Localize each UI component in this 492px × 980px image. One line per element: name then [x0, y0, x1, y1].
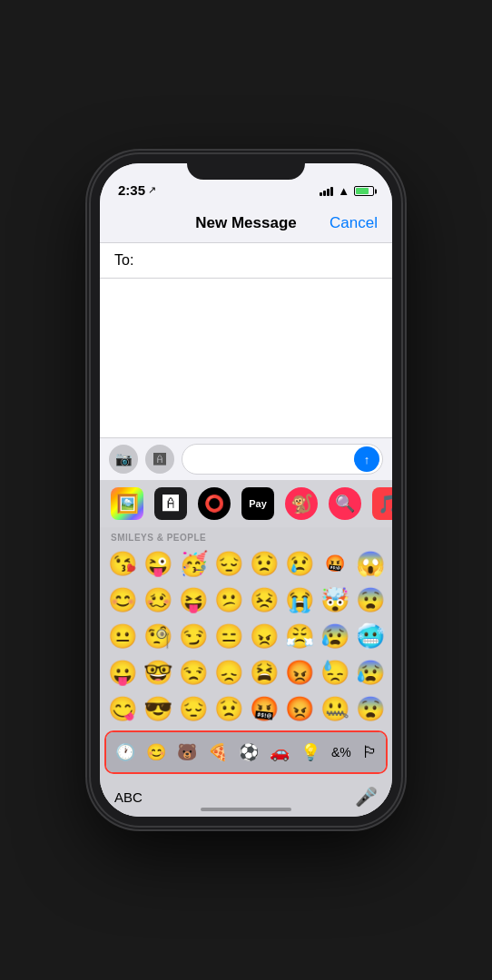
emoji-cell[interactable]: 😒 [176, 655, 210, 690]
compose-bar: 📷 🅰 ↑ [100, 437, 392, 480]
emoji-cell[interactable]: 🤐 [318, 691, 351, 726]
activity-app-icon[interactable]: ⭕ [198, 487, 231, 520]
emoji-cell[interactable]: 🤬 [247, 691, 280, 726]
emoji-cell[interactable]: 🥳 [176, 546, 210, 581]
emoji-cell[interactable]: 😰 [318, 619, 351, 653]
emoji-cell[interactable]: 😜 [141, 546, 174, 581]
emoji-cell[interactable]: 😑 [212, 619, 245, 653]
emoji-cell[interactable]: 😢 [282, 546, 316, 581]
emoji-cell[interactable]: 😤 [282, 619, 316, 653]
emoji-cell[interactable]: 😟 [247, 546, 280, 581]
status-icons: ▲ [320, 184, 374, 198]
notch [187, 154, 305, 180]
emoji-cell[interactable]: 😐 [105, 619, 139, 653]
emoji-cell[interactable]: 🤯 [318, 583, 351, 617]
send-icon: ↑ [364, 453, 370, 466]
emoji-cell[interactable]: 😡 [282, 655, 316, 690]
emoji-cell[interactable]: 😠 [247, 619, 280, 653]
emoji-category-bar: 🕐 😊 🐻 🍕 ⚽ 🚗 💡 &% 🏳 ⌫ [106, 732, 386, 772]
emoji-cell[interactable]: 😋 [105, 691, 139, 726]
emoji-grid: 😘 😜 🥳 😔 😟 😢 🤬 😱 😊 🥴 😝 😕 😣 😭 🤯 😨 [100, 544, 392, 728]
cancel-button[interactable]: Cancel [330, 214, 378, 232]
wifi-icon: ▲ [338, 184, 349, 198]
app-bar: 🖼️ 🅰 ⭕ Pay 🐒 🔍 🎵 [100, 480, 392, 527]
phone-screen: 2:35 ↗ ▲ New M [100, 163, 392, 817]
emoji-cell[interactable]: 😰 [353, 655, 387, 690]
page-title: New Message [195, 214, 297, 232]
emoji-cell[interactable]: 🤓 [141, 655, 174, 690]
animals-category-icon[interactable]: 🐻 [172, 739, 202, 766]
monkey-app-icon[interactable]: 🐒 [285, 487, 318, 520]
emoji-cell[interactable]: 😕 [212, 583, 245, 617]
sports-category-icon[interactable]: ⚽ [233, 739, 264, 766]
recent-category-icon[interactable]: 🕐 [110, 739, 141, 766]
applepay-app-icon[interactable]: Pay [241, 487, 274, 520]
message-body[interactable] [100, 279, 392, 437]
photos-app-icon[interactable]: 🖼️ [111, 487, 143, 520]
appstore-app-icon[interactable]: 🅰 [154, 487, 187, 520]
apps-icon: 🅰 [153, 452, 166, 466]
emoji-cell[interactable]: 😘 [105, 546, 139, 581]
apps-button[interactable]: 🅰 [145, 445, 174, 474]
delete-button[interactable]: ⌫ [384, 740, 388, 765]
emoji-cell[interactable]: 🥴 [141, 583, 174, 617]
objects-category-icon[interactable]: 💡 [295, 739, 326, 766]
food-category-icon[interactable]: 🍕 [202, 739, 233, 766]
emoji-keyboard: SMILEYS & PEOPLE 😘 😜 🥳 😔 😟 😢 🤬 😱 😊 🥴 😝 😕 [100, 527, 392, 817]
battery-icon [354, 186, 374, 196]
emoji-cell[interactable]: 😣 [247, 583, 280, 617]
emoji-cell[interactable]: 🧐 [141, 619, 174, 653]
travel-category-icon[interactable]: 🚗 [264, 739, 295, 766]
symbols-category-icon[interactable]: &% [326, 741, 357, 763]
emoji-cell[interactable]: 😔 [212, 546, 245, 581]
nav-bar: New Message Cancel [100, 203, 392, 243]
status-time: 2:35 [118, 182, 145, 198]
send-button[interactable]: ↑ [354, 446, 379, 472]
emoji-cell[interactable]: 😨 [353, 583, 387, 617]
to-field[interactable]: To: [100, 243, 392, 279]
to-label: To: [114, 252, 133, 268]
emoji-cell[interactable]: 😨 [353, 691, 387, 726]
music-app-icon[interactable]: 🎵 [372, 487, 392, 520]
camera-icon: 📷 [115, 451, 133, 467]
emoji-cell[interactable]: 😝 [176, 583, 210, 617]
emoji-cell[interactable]: 😊 [105, 583, 139, 617]
emoji-cell[interactable]: 😏 [176, 619, 210, 653]
message-input[interactable]: ↑ [182, 444, 383, 475]
search-app-icon[interactable]: 🔍 [329, 487, 361, 520]
microphone-icon[interactable]: 🎤 [355, 786, 378, 808]
emoji-cell[interactable]: 😛 [105, 655, 139, 690]
emoji-cell[interactable]: 😎 [141, 691, 174, 726]
location-icon: ↗ [148, 184, 156, 196]
emoji-category-label: SMILEYS & PEOPLE [100, 527, 392, 544]
emoji-cell[interactable]: 😔 [176, 691, 210, 726]
home-indicator [201, 808, 291, 811]
flags-category-icon[interactable]: 🏳 [357, 740, 384, 766]
emoji-cell[interactable]: 😓 [318, 655, 351, 690]
emoji-cell[interactable]: 😫 [247, 655, 280, 690]
signal-bars [320, 187, 333, 196]
emoji-cell[interactable]: 🥶 [353, 619, 387, 653]
camera-button[interactable]: 📷 [109, 445, 138, 474]
emoji-cell[interactable]: 😞 [212, 655, 245, 690]
emoji-cell[interactable]: 😟 [212, 691, 245, 726]
phone-frame: 2:35 ↗ ▲ New M [91, 154, 401, 826]
abc-button[interactable]: ABC [114, 789, 143, 805]
emoji-cell[interactable]: 😱 [353, 546, 387, 581]
emoji-cell[interactable]: 🤬 [318, 546, 351, 581]
smileys-category-icon[interactable]: 😊 [141, 739, 172, 766]
emoji-cell[interactable]: 😡 [282, 691, 316, 726]
emoji-cell[interactable]: 😭 [282, 583, 316, 617]
